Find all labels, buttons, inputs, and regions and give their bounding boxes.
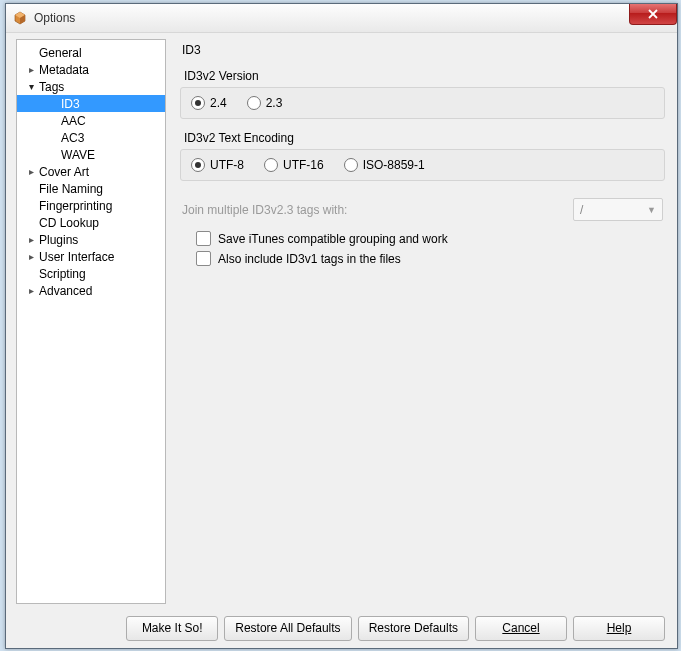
- radio-label: ISO-8859-1: [363, 158, 425, 172]
- id3v2-encoding-label: ID3v2 Text Encoding: [180, 131, 665, 145]
- nav-item-label: Metadata: [37, 63, 89, 77]
- id3v2-version-box: 2.42.3: [180, 87, 665, 119]
- restore-all-defaults-label: Restore All Defaults: [235, 621, 340, 635]
- chevron-right-icon: ▸: [25, 234, 37, 245]
- nav-item-label: AC3: [37, 131, 84, 145]
- radio-label: 2.3: [266, 96, 283, 110]
- nav-item-id3[interactable]: ▸ID3: [17, 95, 165, 112]
- nav-item-label: User Interface: [37, 250, 114, 264]
- app-icon: [12, 10, 28, 26]
- join-tags-combo: / ▼: [573, 198, 663, 221]
- help-button[interactable]: Help: [573, 616, 665, 641]
- checkbox-list: Save iTunes compatible grouping and work…: [178, 226, 667, 271]
- checkbox-also-include-id3v1-tags-in-the-files[interactable]: Also include ID3v1 tags in the files: [182, 251, 401, 266]
- nav-item-label: AAC: [37, 114, 86, 128]
- checkbox-label: Save iTunes compatible grouping and work: [218, 232, 448, 246]
- make-it-so-label: Make It So!: [142, 621, 203, 635]
- radio-label: UTF-16: [283, 158, 324, 172]
- nav-item-label: ID3: [37, 97, 80, 111]
- nav-item-plugins[interactable]: ▸Plugins: [17, 231, 165, 248]
- cancel-button[interactable]: Cancel: [475, 616, 567, 641]
- close-icon: [648, 9, 658, 19]
- checkbox-save-itunes-compatible-grouping-and-work[interactable]: Save iTunes compatible grouping and work: [182, 231, 448, 246]
- nav-item-advanced[interactable]: ▸Advanced: [17, 282, 165, 299]
- join-tags-label: Join multiple ID3v2.3 tags with:: [182, 203, 347, 217]
- chevron-right-icon: ▸: [25, 251, 37, 262]
- nav-item-label: Advanced: [37, 284, 92, 298]
- nav-item-label: Fingerprinting: [37, 199, 112, 213]
- nav-item-label: Cover Art: [37, 165, 89, 179]
- radio-icon: [344, 158, 358, 172]
- id3v2-encoding-box: UTF-8UTF-16ISO-8859-1: [180, 149, 665, 181]
- dialog-footer: Make It So! Restore All Defaults Restore…: [6, 608, 677, 648]
- chevron-right-icon: ▸: [25, 64, 37, 75]
- checkbox-label: Also include ID3v1 tags in the files: [218, 252, 401, 266]
- id3v2-version-label: ID3v2 Version: [180, 69, 665, 83]
- cancel-label: Cancel: [502, 621, 539, 635]
- checkbox-row: Save iTunes compatible grouping and work: [182, 231, 663, 246]
- id3v2-version-radio-2-4[interactable]: 2.4: [191, 96, 227, 110]
- id3v2-encoding-radio-utf-8[interactable]: UTF-8: [191, 158, 244, 172]
- checkbox-icon: [196, 251, 211, 266]
- chevron-right-icon: ▸: [25, 285, 37, 296]
- help-label: Help: [607, 621, 632, 635]
- close-button[interactable]: [629, 4, 677, 25]
- id3v2-version-radios: 2.42.3: [191, 96, 654, 110]
- id3v2-version-group: ID3v2 Version 2.42.3: [180, 69, 665, 119]
- nav-item-metadata[interactable]: ▸Metadata: [17, 61, 165, 78]
- nav-item-label: Plugins: [37, 233, 78, 247]
- nav-item-label: CD Lookup: [37, 216, 99, 230]
- nav-item-label: WAVE: [37, 148, 95, 162]
- nav-item-aac[interactable]: ▸AAC: [17, 112, 165, 129]
- id3v2-encoding-radios: UTF-8UTF-16ISO-8859-1: [191, 158, 654, 172]
- nav-tree[interactable]: ▸General▸Metadata▾Tags▸ID3▸AAC▸AC3▸WAVE▸…: [16, 39, 166, 604]
- chevron-down-icon: ▾: [25, 81, 37, 92]
- nav-item-cover-art[interactable]: ▸Cover Art: [17, 163, 165, 180]
- titlebar: Options: [6, 4, 677, 33]
- radio-icon: [247, 96, 261, 110]
- window-title: Options: [34, 11, 75, 25]
- nav-item-scripting[interactable]: ▸Scripting: [17, 265, 165, 282]
- nav-item-ac3[interactable]: ▸AC3: [17, 129, 165, 146]
- checkbox-row: Also include ID3v1 tags in the files: [182, 251, 663, 266]
- chevron-right-icon: ▸: [25, 166, 37, 177]
- restore-defaults-button[interactable]: Restore Defaults: [358, 616, 469, 641]
- nav-item-label: Scripting: [37, 267, 86, 281]
- settings-panel: ID3 ID3v2 Version 2.42.3 ID3v2 Text Enco…: [178, 39, 667, 604]
- nav-item-label: File Naming: [37, 182, 103, 196]
- nav-item-label: Tags: [37, 80, 64, 94]
- id3v2-encoding-radio-utf-16[interactable]: UTF-16: [264, 158, 324, 172]
- restore-all-defaults-button[interactable]: Restore All Defaults: [224, 616, 351, 641]
- radio-label: UTF-8: [210, 158, 244, 172]
- nav-item-general[interactable]: ▸General: [17, 44, 165, 61]
- nav-item-cd-lookup[interactable]: ▸CD Lookup: [17, 214, 165, 231]
- nav-item-user-interface[interactable]: ▸User Interface: [17, 248, 165, 265]
- chevron-down-icon: ▼: [647, 205, 656, 215]
- nav-item-wave[interactable]: ▸WAVE: [17, 146, 165, 163]
- id3v2-version-radio-2-3[interactable]: 2.3: [247, 96, 283, 110]
- nav-item-file-naming[interactable]: ▸File Naming: [17, 180, 165, 197]
- id3v2-encoding-radio-iso-8859-1[interactable]: ISO-8859-1: [344, 158, 425, 172]
- radio-icon: [191, 158, 205, 172]
- checkbox-icon: [196, 231, 211, 246]
- nav-item-label: General: [37, 46, 82, 60]
- radio-icon: [264, 158, 278, 172]
- nav-item-tags[interactable]: ▾Tags: [17, 78, 165, 95]
- make-it-so-button[interactable]: Make It So!: [126, 616, 218, 641]
- join-tags-value: /: [580, 203, 583, 217]
- nav-item-fingerprinting[interactable]: ▸Fingerprinting: [17, 197, 165, 214]
- radio-icon: [191, 96, 205, 110]
- restore-defaults-label: Restore Defaults: [369, 621, 458, 635]
- client-area: ▸General▸Metadata▾Tags▸ID3▸AAC▸AC3▸WAVE▸…: [16, 39, 667, 604]
- id3v2-encoding-group: ID3v2 Text Encoding UTF-8UTF-16ISO-8859-…: [180, 131, 665, 181]
- panel-title: ID3: [182, 43, 667, 57]
- join-tags-row: Join multiple ID3v2.3 tags with: / ▼: [182, 198, 663, 221]
- radio-label: 2.4: [210, 96, 227, 110]
- options-window: Options ▸General▸Metadata▾Tags▸ID3▸AAC▸A…: [5, 3, 678, 649]
